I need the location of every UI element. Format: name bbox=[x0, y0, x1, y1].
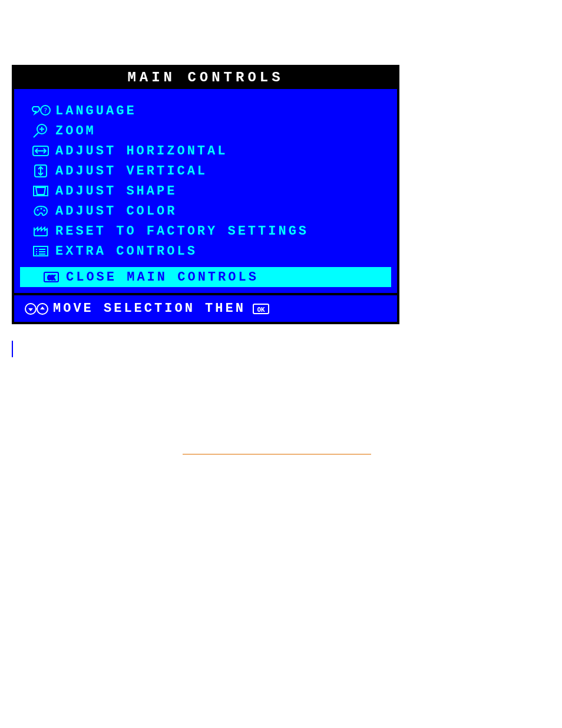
menu-item-label: ADJUST HORIZONTAL bbox=[55, 144, 227, 159]
menu-item-label: ADJUST COLOR bbox=[55, 204, 177, 219]
vertical-arrows-icon bbox=[26, 164, 55, 178]
menu-item-adjust-color[interactable]: ADJUST COLOR bbox=[20, 201, 391, 221]
menu-item-label: LANGUAGE bbox=[55, 104, 137, 118]
menu-item-language[interactable]: ? LANGUAGE bbox=[20, 101, 391, 121]
menu-item-label: ADJUST VERTICAL bbox=[55, 164, 207, 179]
menu-item-label: CLOSE MAIN CONTROLS bbox=[66, 270, 259, 285]
list-icon bbox=[26, 245, 55, 258]
svg-text:OK: OK bbox=[257, 306, 265, 314]
svg-point-12 bbox=[41, 208, 42, 210]
shape-icon bbox=[26, 185, 55, 197]
main-controls-osd: MAIN CONTROLS ? LANGUAGE bbox=[12, 65, 399, 324]
factory-icon bbox=[26, 225, 55, 238]
ok-icon: OK bbox=[37, 271, 66, 284]
svg-point-11 bbox=[37, 209, 39, 211]
menu-item-label: ZOOM bbox=[55, 124, 96, 139]
menu-item-adjust-vertical[interactable]: ADJUST VERTICAL bbox=[20, 161, 391, 181]
menu-item-close[interactable]: OK CLOSE MAIN CONTROLS bbox=[20, 267, 391, 287]
menu-body: ? LANGUAGE ZOOM bbox=[14, 89, 397, 293]
zoom-icon bbox=[26, 123, 55, 139]
svg-line-3 bbox=[34, 133, 38, 137]
osd-footer: MOVE SELECTION THEN OK bbox=[14, 293, 397, 322]
menu-item-adjust-horizontal[interactable]: ADJUST HORIZONTAL bbox=[20, 141, 391, 161]
svg-text:OK: OK bbox=[47, 274, 55, 282]
up-down-arrows-icon bbox=[20, 302, 53, 316]
palette-icon bbox=[26, 205, 55, 218]
menu-item-reset-factory[interactable]: RESET TO FACTORY SETTINGS bbox=[20, 221, 391, 241]
menu-item-adjust-shape[interactable]: ADJUST SHAPE bbox=[20, 181, 391, 201]
osd-title: MAIN CONTROLS bbox=[14, 67, 397, 89]
menu-item-zoom[interactable]: ZOOM bbox=[20, 121, 391, 141]
ok-icon: OK bbox=[252, 302, 270, 315]
menu-item-label: RESET TO FACTORY SETTINGS bbox=[55, 224, 309, 239]
svg-point-13 bbox=[44, 210, 45, 212]
horizontal-arrows-icon bbox=[26, 144, 55, 157]
menu-item-label: EXTRA CONTROLS bbox=[55, 244, 197, 259]
menu-item-extra-controls[interactable]: EXTRA CONTROLS bbox=[20, 241, 391, 261]
footer-text: MOVE SELECTION THEN bbox=[53, 301, 246, 316]
menu-item-label: ADJUST SHAPE bbox=[55, 184, 177, 199]
language-icon: ? bbox=[26, 103, 55, 118]
svg-text:?: ? bbox=[44, 107, 48, 114]
